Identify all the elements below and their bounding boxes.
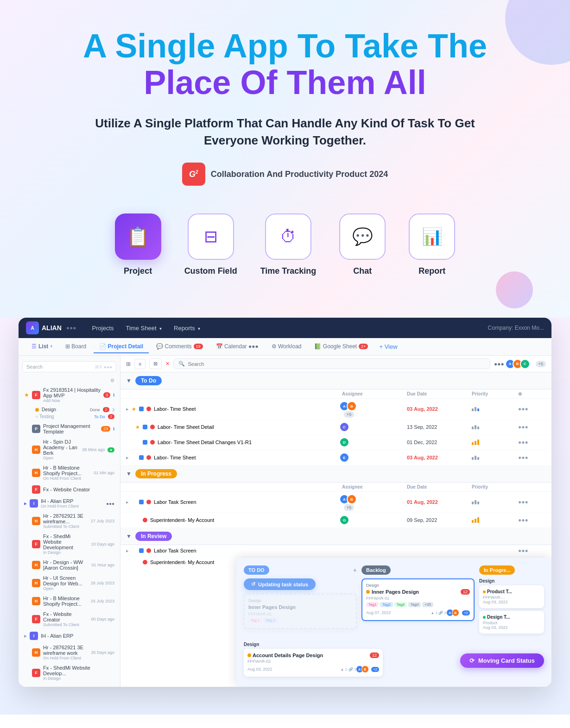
chevron-down-icon-2[interactable]: ▼ [126, 471, 132, 477]
sidebar-item-13[interactable]: ★ H Hr - 28762921 3E wireframe work On H… [19, 642, 120, 663]
task-assignee-ip-1: G [342, 515, 407, 525]
card-title-backlog-0: Inner Pages Design [372, 589, 419, 595]
app-logo: A ALIAN ●●● [26, 321, 76, 334]
task-row-ip-0[interactable]: ▸ ★ Labor Task Screen A B +5 [120, 492, 551, 513]
tab-calendar[interactable]: 📅 Calendar ●●● [210, 340, 264, 353]
card-section-ghost: Design [248, 598, 352, 603]
tab-comments[interactable]: 💬 Comments 19 [151, 340, 208, 353]
sidebar-item-14[interactable]: ★ F Fx - ShedMi Website Develop... In De… [19, 663, 120, 683]
item-name-14: Fx - ShedMi Website Develop... [43, 665, 114, 676]
feature-time-tracking[interactable]: ⏱ Time Tracking [260, 213, 317, 276]
sidebar-item-1[interactable]: ★ P Project Management Template 23 ℹ [19, 421, 120, 437]
tab-add-view[interactable]: + View [375, 341, 401, 352]
card-date-backlog-0: Aug 07, 2022 [366, 610, 391, 615]
feature-chat[interactable]: 💬 Chat [339, 213, 386, 276]
col-task-ip [126, 484, 342, 490]
item-icon-2: H [32, 446, 40, 454]
tab-project-detail[interactable]: 📄 Project Detail [94, 340, 149, 353]
feature-project[interactable]: 📋 Project [115, 213, 161, 276]
task-more-ip-0[interactable]: ●●● [518, 499, 546, 505]
task-label-ip-1: Superintendent- My Account [150, 517, 214, 523]
sidebar-item-10[interactable]: ★ H Hr - B Milestone Shopify Project... … [19, 593, 120, 609]
task-due-todo-1: 13 Sep, 2022 [407, 424, 472, 430]
chevron-down-icon-3[interactable]: ▼ [126, 533, 132, 540]
kanban-col-backlog-header: Backlog [361, 565, 475, 575]
tab-workload[interactable]: ⚙ Workload [266, 340, 307, 353]
sidebar-item-11[interactable]: ★ F Fx - Website Creator Submitted To Cl… [19, 609, 120, 629]
item-icon-9: H [32, 579, 40, 587]
sidebar-item-4[interactable]: ★ F Fx - Website Creator [19, 483, 120, 496]
updating-task-status: ↺ Updating task status [244, 578, 357, 590]
tab-google-sheet[interactable]: 📗 Google Sheet 2+ [309, 340, 374, 353]
col-priority: Priority [472, 391, 518, 396]
screenshot-section: A ALIAN ●●● Projects Time Sheet ▾ Report… [0, 318, 570, 715]
task-label-todo-1: Labor- Time Sheet Detail [158, 424, 214, 430]
task-more-ir-0[interactable]: ●●● [518, 547, 546, 554]
kanban-col-inprogress-header: In Progre... [479, 565, 544, 575]
grid-icon: ⊞ [126, 361, 131, 367]
sidebar-search[interactable]: Search ⌘K ●●● [22, 361, 116, 372]
task-name-ir-0: ▸ ★ Labor Task Screen [126, 548, 342, 554]
task-row-todo-1[interactable]: ★ Labor- Time Sheet Detail C 13 Sep, 202… [120, 420, 551, 435]
sidebar-item-6[interactable]: ★ H Hr - 28762921 3E wireframe... Submit… [19, 511, 120, 531]
sidebar-item-5[interactable]: ▸ I IH - Alian ERP On Hold From Client ●… [19, 496, 120, 511]
card-badge-backlog: 12 [461, 589, 470, 595]
kanban-col-todo-header: TO DO + [244, 565, 357, 575]
task-row-todo-3[interactable]: ▸ ★ Labor- Time Sheet E 03 Aug, 2022 [120, 450, 551, 465]
sidebar-item-8[interactable]: ★ H Hr - Design - WW [Aaron Crossin] 01 … [19, 557, 120, 573]
task-row-todo-0[interactable]: ▸ ★ Labor- Time Sheet A B +5 [120, 399, 551, 420]
updating-icon: ↺ [251, 581, 255, 587]
kanban-col-inprogress: In Progre... Design Product T... FFFWAR-… [479, 565, 544, 636]
sidebar-item-12[interactable]: ▸ I IH - Alian ERP [19, 629, 120, 642]
task-row-todo-2[interactable]: ★ Labor- Time Sheet Detail Changes V1-R1… [120, 435, 551, 450]
updating-badge: ↺ Updating task status [244, 578, 316, 590]
tab-list[interactable]: ☰ List4 [26, 340, 58, 353]
task-more-ip-1[interactable]: ●●● [518, 517, 546, 523]
sidebar-item-3[interactable]: ★ H Hr - B Milestone Shopify Project... … [19, 463, 120, 483]
inreview-section-header: ▼ In Review [120, 528, 551, 545]
sidebar-item-0[interactable]: ★ F Fx 29183514 | Hospitality App MVP Ad… [19, 385, 120, 405]
app-window: A ALIAN ●●● Projects Time Sheet ▾ Report… [19, 318, 551, 687]
nav-projects[interactable]: Projects [88, 323, 119, 333]
nav-timesheet[interactable]: Time Sheet ▾ [121, 323, 167, 333]
task-name-todo-0: ▸ ★ Labor- Time Sheet [126, 406, 342, 412]
avatar-3: C [520, 359, 530, 369]
sidebar-item-9[interactable]: ★ H Hr - UI Screen Design for Web... Ope… [19, 573, 120, 593]
task-more-todo-0[interactable]: ●●● [518, 406, 546, 412]
task-due-todo-2: 01 Dec, 2022 [407, 439, 472, 445]
item-name-5: IH - Alian ERP [41, 498, 103, 504]
task-name-todo-3: ▸ ★ Labor- Time Sheet [126, 455, 342, 461]
search-bar[interactable]: 🔍 [173, 358, 490, 369]
task-due-ip-1: 09 Sep, 2022 [407, 517, 472, 523]
feature-custom-field[interactable]: ⊟ Custom Field [184, 213, 237, 276]
hero-section: A Single App To Take The Place Of Them A… [0, 0, 570, 318]
close-btn[interactable]: ✕ [165, 361, 170, 367]
sidebar-search-placeholder: Search [26, 364, 43, 370]
tab-board[interactable]: ⊞ Board [60, 340, 92, 353]
task-row-ir-0[interactable]: ▸ ★ Labor Task Screen ●●● [120, 545, 551, 557]
item-name-4: Fx - Website Creator [43, 487, 114, 492]
task-label-todo-0: Labor- Time Sheet [154, 406, 196, 412]
search-input[interactable] [188, 361, 485, 367]
task-more-todo-1[interactable]: ●●● [518, 424, 546, 430]
item-icon-13: H [32, 648, 40, 657]
feature-report[interactable]: 📊 Report [409, 213, 455, 276]
group-btn[interactable]: ⊠ [149, 358, 162, 369]
nav-reports[interactable]: Reports ▾ [169, 323, 205, 333]
features-row: 📋 Project ⊟ Custom Field ⏱ Time Tracking… [37, 204, 533, 299]
task-more-todo-2[interactable]: ●●● [518, 439, 546, 446]
kanban-card-ip-0: Product T... FFFWAR-... Aug 03, 2022 [479, 585, 544, 608]
sidebar-item-7[interactable]: ★ F Fx - ShedMi Website Development In D… [19, 531, 120, 557]
filter-btn[interactable]: ≡ [134, 359, 146, 369]
task-more-todo-3[interactable]: ●●● [518, 454, 546, 461]
more-options-btn[interactable]: ●●● [494, 361, 504, 367]
topbar-company: Company: Exxon Mo... [488, 325, 544, 331]
sidebar-item-2[interactable]: ★ H Hr - Spin DJ Academy - Lan Berk Open… [19, 437, 120, 463]
task-row-ip-1[interactable]: ★ Superintendent- My Account G 09 Sep, 2… [120, 513, 551, 528]
chevron-down-icon[interactable]: ▼ [126, 377, 132, 384]
item-meta-0: Add Now [43, 398, 101, 403]
task-priority-todo-2 [472, 439, 518, 445]
col-priority-ip: Priority [472, 484, 518, 490]
kanban-todo-add[interactable]: + [353, 566, 357, 574]
card-avatars-backlog: A B [448, 609, 459, 616]
